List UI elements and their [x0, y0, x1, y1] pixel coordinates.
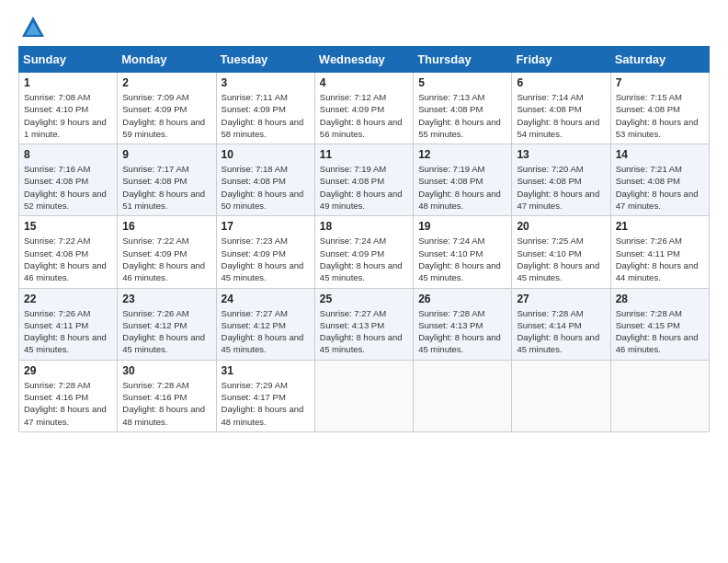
day-number: 6 [517, 76, 605, 89]
day-number: 16 [122, 220, 210, 233]
day-number: 30 [122, 364, 210, 377]
day-number: 17 [222, 220, 310, 233]
calendar-week-row: 15Sunrise: 7:22 AMSunset: 4:08 PMDayligh… [19, 216, 710, 288]
weekday-header: Tuesday [216, 47, 314, 73]
day-number: 29 [24, 364, 112, 377]
day-info: Sunrise: 7:28 AMSunset: 4:16 PMDaylight:… [24, 379, 112, 428]
calendar-cell: 23Sunrise: 7:26 AMSunset: 4:12 PMDayligh… [118, 288, 216, 360]
day-info: Sunrise: 7:22 AMSunset: 4:08 PMDaylight:… [24, 235, 112, 283]
calendar-cell: 15Sunrise: 7:22 AMSunset: 4:08 PMDayligh… [19, 216, 118, 288]
day-number: 11 [320, 148, 408, 161]
day-info: Sunrise: 7:28 AMSunset: 4:13 PMDaylight:… [418, 307, 506, 356]
day-number: 7 [616, 76, 704, 89]
day-info: Sunrise: 7:08 AMSunset: 4:10 PMDaylight:… [24, 91, 112, 140]
day-number: 1 [24, 76, 112, 89]
day-number: 25 [320, 293, 408, 305]
calendar-cell: 30Sunrise: 7:28 AMSunset: 4:16 PMDayligh… [118, 360, 216, 431]
day-info: Sunrise: 7:27 AMSunset: 4:13 PMDaylight:… [320, 307, 408, 356]
day-number: 2 [122, 76, 210, 89]
day-info: Sunrise: 7:26 AMSunset: 4:11 PMDaylight:… [24, 307, 112, 356]
day-info: Sunrise: 7:13 AMSunset: 4:08 PMDaylight:… [418, 91, 506, 140]
calendar-cell [512, 360, 610, 431]
calendar-cell: 26Sunrise: 7:28 AMSunset: 4:13 PMDayligh… [414, 288, 512, 360]
day-info: Sunrise: 7:17 AMSunset: 4:08 PMDaylight:… [122, 163, 210, 212]
calendar-cell: 8Sunrise: 7:16 AMSunset: 4:08 PMDaylight… [19, 144, 118, 216]
day-number: 3 [222, 76, 310, 89]
calendar-cell [314, 360, 413, 431]
calendar-table: SundayMondayTuesdayWednesdayThursdayFrid… [18, 46, 710, 432]
weekday-header: Friday [512, 47, 610, 73]
day-number: 21 [616, 220, 704, 233]
calendar-cell: 11Sunrise: 7:19 AMSunset: 4:08 PMDayligh… [314, 144, 413, 216]
day-number: 22 [24, 293, 112, 305]
day-number: 14 [616, 148, 704, 161]
calendar-cell: 12Sunrise: 7:19 AMSunset: 4:08 PMDayligh… [414, 144, 512, 216]
logo-icon [20, 15, 46, 40]
calendar-week-row: 1Sunrise: 7:08 AMSunset: 4:10 PMDaylight… [19, 73, 710, 144]
calendar-cell: 1Sunrise: 7:08 AMSunset: 4:10 PMDaylight… [19, 73, 118, 144]
calendar-cell: 20Sunrise: 7:25 AMSunset: 4:10 PMDayligh… [512, 216, 610, 288]
day-info: Sunrise: 7:09 AMSunset: 4:09 PMDaylight:… [122, 91, 210, 140]
day-info: Sunrise: 7:22 AMSunset: 4:09 PMDaylight:… [122, 235, 210, 283]
calendar-cell [414, 360, 512, 431]
calendar-week-row: 8Sunrise: 7:16 AMSunset: 4:08 PMDaylight… [19, 144, 710, 216]
day-info: Sunrise: 7:24 AMSunset: 4:10 PMDaylight:… [418, 235, 506, 283]
day-info: Sunrise: 7:26 AMSunset: 4:12 PMDaylight:… [122, 307, 210, 356]
calendar-cell: 31Sunrise: 7:29 AMSunset: 4:17 PMDayligh… [216, 360, 314, 431]
weekday-header: Sunday [19, 47, 118, 73]
calendar-cell: 29Sunrise: 7:28 AMSunset: 4:16 PMDayligh… [19, 360, 118, 431]
weekday-header: Saturday [610, 47, 709, 73]
calendar-cell: 3Sunrise: 7:11 AMSunset: 4:09 PMDaylight… [216, 73, 314, 144]
calendar-cell: 17Sunrise: 7:23 AMSunset: 4:09 PMDayligh… [216, 216, 314, 288]
day-info: Sunrise: 7:19 AMSunset: 4:08 PMDaylight:… [320, 163, 408, 212]
calendar-cell: 27Sunrise: 7:28 AMSunset: 4:14 PMDayligh… [512, 288, 610, 360]
calendar-cell [610, 360, 709, 431]
calendar-cell: 10Sunrise: 7:18 AMSunset: 4:08 PMDayligh… [216, 144, 314, 216]
day-number: 15 [24, 220, 112, 233]
day-number: 20 [517, 220, 605, 233]
calendar-cell: 14Sunrise: 7:21 AMSunset: 4:08 PMDayligh… [610, 144, 709, 216]
day-info: Sunrise: 7:28 AMSunset: 4:14 PMDaylight:… [517, 307, 605, 356]
day-info: Sunrise: 7:25 AMSunset: 4:10 PMDaylight:… [517, 235, 605, 283]
day-number: 18 [320, 220, 408, 233]
page: SundayMondayTuesdayWednesdayThursdayFrid… [0, 0, 728, 563]
calendar-cell: 2Sunrise: 7:09 AMSunset: 4:09 PMDaylight… [118, 73, 216, 144]
day-number: 4 [320, 76, 408, 89]
day-number: 23 [122, 293, 210, 305]
day-info: Sunrise: 7:11 AMSunset: 4:09 PMDaylight:… [222, 91, 310, 140]
day-info: Sunrise: 7:28 AMSunset: 4:15 PMDaylight:… [616, 307, 704, 356]
calendar-cell: 19Sunrise: 7:24 AMSunset: 4:10 PMDayligh… [414, 216, 512, 288]
calendar-week-row: 22Sunrise: 7:26 AMSunset: 4:11 PMDayligh… [19, 288, 710, 360]
calendar-cell: 22Sunrise: 7:26 AMSunset: 4:11 PMDayligh… [19, 288, 118, 360]
day-info: Sunrise: 7:19 AMSunset: 4:08 PMDaylight:… [418, 163, 506, 212]
day-info: Sunrise: 7:24 AMSunset: 4:09 PMDaylight:… [320, 235, 408, 283]
day-number: 10 [222, 148, 310, 161]
day-info: Sunrise: 7:14 AMSunset: 4:08 PMDaylight:… [517, 91, 605, 140]
calendar-cell: 25Sunrise: 7:27 AMSunset: 4:13 PMDayligh… [314, 288, 413, 360]
day-info: Sunrise: 7:23 AMSunset: 4:09 PMDaylight:… [222, 235, 310, 283]
day-info: Sunrise: 7:12 AMSunset: 4:09 PMDaylight:… [320, 91, 408, 140]
calendar-cell: 7Sunrise: 7:15 AMSunset: 4:08 PMDaylight… [610, 73, 709, 144]
calendar-cell: 28Sunrise: 7:28 AMSunset: 4:15 PMDayligh… [610, 288, 709, 360]
calendar-cell: 21Sunrise: 7:26 AMSunset: 4:11 PMDayligh… [610, 216, 709, 288]
day-number: 24 [222, 293, 310, 305]
calendar-cell: 13Sunrise: 7:20 AMSunset: 4:08 PMDayligh… [512, 144, 610, 216]
day-number: 9 [122, 148, 210, 161]
day-info: Sunrise: 7:21 AMSunset: 4:08 PMDaylight:… [616, 163, 704, 212]
day-number: 19 [418, 220, 506, 233]
day-info: Sunrise: 7:20 AMSunset: 4:08 PMDaylight:… [517, 163, 605, 212]
day-info: Sunrise: 7:27 AMSunset: 4:12 PMDaylight:… [222, 307, 310, 356]
day-info: Sunrise: 7:18 AMSunset: 4:08 PMDaylight:… [222, 163, 310, 212]
weekday-header: Wednesday [314, 47, 413, 73]
header-row [18, 15, 710, 40]
day-info: Sunrise: 7:29 AMSunset: 4:17 PMDaylight:… [222, 379, 310, 428]
weekday-header: Thursday [414, 47, 512, 73]
day-number: 26 [418, 293, 506, 305]
calendar-cell: 24Sunrise: 7:27 AMSunset: 4:12 PMDayligh… [216, 288, 314, 360]
day-number: 27 [517, 293, 605, 305]
day-number: 31 [222, 364, 310, 377]
day-number: 5 [418, 76, 506, 89]
day-info: Sunrise: 7:28 AMSunset: 4:16 PMDaylight:… [122, 379, 210, 428]
calendar-header-row: SundayMondayTuesdayWednesdayThursdayFrid… [19, 47, 710, 73]
calendar-cell: 9Sunrise: 7:17 AMSunset: 4:08 PMDaylight… [118, 144, 216, 216]
